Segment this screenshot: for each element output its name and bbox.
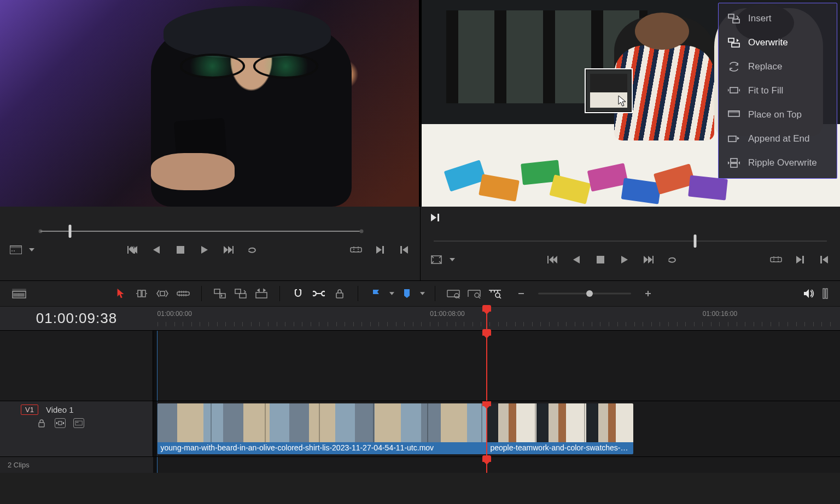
edit-menu-overwrite[interactable]: Overwrite — [719, 31, 837, 55]
edit-menu-append-at-end[interactable]: Append at End — [719, 127, 837, 151]
chevron-down-icon[interactable] — [419, 288, 425, 300]
chevron-down-icon[interactable] — [389, 288, 394, 300]
zoom-slider[interactable] — [538, 288, 631, 299]
svg-rect-8 — [731, 159, 737, 162]
svg-rect-1 — [733, 19, 739, 23]
svg-rect-7 — [728, 136, 736, 142]
svg-rect-48 — [823, 289, 825, 298]
svg-rect-39 — [240, 294, 246, 298]
track-header-v1[interactable]: V1 Video 1 — [0, 401, 153, 456]
svg-rect-34 — [160, 291, 165, 296]
clip-thumbnails — [158, 403, 487, 442]
svg-point-43 — [475, 293, 479, 297]
snapping-button[interactable] — [290, 285, 306, 302]
svg-rect-27 — [820, 256, 822, 263]
loop-button[interactable] — [247, 244, 259, 256]
detail-zoom-button[interactable] — [466, 285, 482, 302]
marker-button[interactable] — [399, 285, 415, 302]
mute-button[interactable] — [801, 285, 817, 302]
blade-tool-button[interactable] — [175, 285, 191, 302]
edit-menu-ripple-overwrite[interactable]: Ripple Overwrite — [719, 151, 837, 175]
append-at-end-icon — [727, 133, 740, 144]
custom-zoom-button[interactable] — [487, 285, 503, 302]
stop-button[interactable] — [594, 254, 606, 266]
edit-menu-fit-to-fill[interactable]: Fit to Fill — [719, 79, 837, 103]
svg-rect-22 — [547, 256, 549, 263]
flag-button[interactable] — [368, 285, 384, 302]
auto-select-button[interactable] — [55, 418, 66, 428]
play-button[interactable] — [199, 244, 211, 256]
next-edit-button[interactable] — [374, 244, 386, 256]
full-extent-zoom-button[interactable] — [445, 285, 462, 302]
svg-rect-19 — [400, 246, 402, 254]
source-jog-bar[interactable] — [13, 224, 407, 238]
position-lock-button[interactable] — [331, 285, 348, 302]
timeline-clip[interactable]: people-teamwork-and-color-swatches-o... — [487, 403, 633, 454]
safe-area-button[interactable] — [430, 254, 442, 266]
svg-rect-51 — [59, 421, 62, 425]
ruler-tick: 01:00:00:00 — [158, 310, 192, 318]
step-back-button[interactable] — [570, 254, 582, 266]
timeline-clip[interactable]: young-man-with-beard-in-an-olive-colored… — [158, 403, 487, 454]
lock-track-button[interactable] — [36, 418, 47, 428]
svg-rect-16 — [232, 246, 234, 254]
trim-tool-button[interactable] — [133, 285, 150, 302]
svg-rect-0 — [728, 14, 734, 18]
svg-rect-11 — [10, 246, 22, 248]
svg-rect-50 — [39, 423, 44, 427]
track-body-v1[interactable]: young-man-with-beard-in-an-olive-colored… — [153, 401, 840, 456]
source-transport — [0, 207, 420, 280]
svg-rect-4 — [730, 87, 738, 93]
match-frame-button[interactable] — [350, 244, 362, 256]
svg-rect-38 — [235, 289, 241, 294]
program-viewer[interactable]: InsertOverwriteReplaceFit to FillPlace o… — [422, 0, 841, 207]
loop-button[interactable] — [667, 254, 679, 266]
svg-rect-52 — [75, 421, 82, 425]
svg-rect-17 — [351, 248, 361, 252]
svg-rect-23 — [597, 256, 604, 263]
track-display-button[interactable] — [73, 418, 84, 428]
timeline-ruler[interactable]: 01:00:00:0001:00:08:0001:00:16:00 — [153, 307, 840, 330]
track-index-badge[interactable]: V1 — [21, 405, 38, 415]
first-frame-button[interactable] — [546, 254, 558, 266]
step-back-button[interactable] — [150, 244, 162, 256]
replace-clip-button[interactable] — [253, 285, 270, 302]
viewer-mode-button[interactable] — [10, 244, 22, 256]
overwrite-clip-button[interactable] — [232, 285, 249, 302]
svg-point-42 — [454, 294, 459, 298]
clip-name-label: people-teamwork-and-color-swatches-o... — [487, 442, 633, 454]
match-frame-button[interactable] — [770, 254, 782, 266]
play-button[interactable] — [619, 254, 631, 266]
last-frame-button[interactable] — [223, 244, 235, 256]
next-edit-button[interactable] — [794, 254, 806, 266]
linked-selection-button[interactable] — [311, 285, 327, 302]
svg-rect-29 — [13, 289, 26, 291]
program-jog-bar[interactable] — [434, 234, 827, 248]
prev-edit-button[interactable] — [818, 254, 830, 266]
go-to-end-button[interactable] — [429, 212, 441, 224]
svg-rect-31 — [19, 294, 24, 296]
last-frame-button[interactable] — [643, 254, 655, 266]
edit-menu-place-on-top[interactable]: Place on Top — [719, 103, 837, 127]
playhead[interactable] — [486, 307, 487, 330]
source-viewer[interactable] — [0, 0, 419, 207]
chevron-down-icon[interactable] — [28, 244, 35, 256]
timeline-view-options-button[interactable] — [11, 285, 27, 302]
first-frame-button[interactable] — [126, 244, 138, 256]
svg-rect-49 — [826, 289, 827, 298]
insert-clip-button[interactable] — [212, 285, 228, 302]
svg-rect-47 — [648, 291, 649, 296]
stop-button[interactable] — [174, 244, 186, 256]
selection-tool-button[interactable] — [113, 285, 129, 302]
ruler-tick: 01:00:08:00 — [430, 310, 464, 318]
clip-count-label: 2 Clips — [0, 456, 153, 473]
dynamic-trim-button[interactable] — [154, 285, 171, 302]
chevron-down-icon[interactable] — [449, 254, 456, 266]
dim-button[interactable] — [821, 285, 829, 302]
edit-menu-replace[interactable]: Replace — [719, 55, 837, 79]
timeline-timecode[interactable]: 01:00:09:38 — [0, 307, 153, 330]
prev-edit-button[interactable] — [398, 244, 410, 256]
zoom-in-button[interactable] — [640, 285, 656, 302]
zoom-out-button[interactable] — [513, 285, 529, 302]
edit-menu-insert[interactable]: Insert — [719, 7, 837, 31]
